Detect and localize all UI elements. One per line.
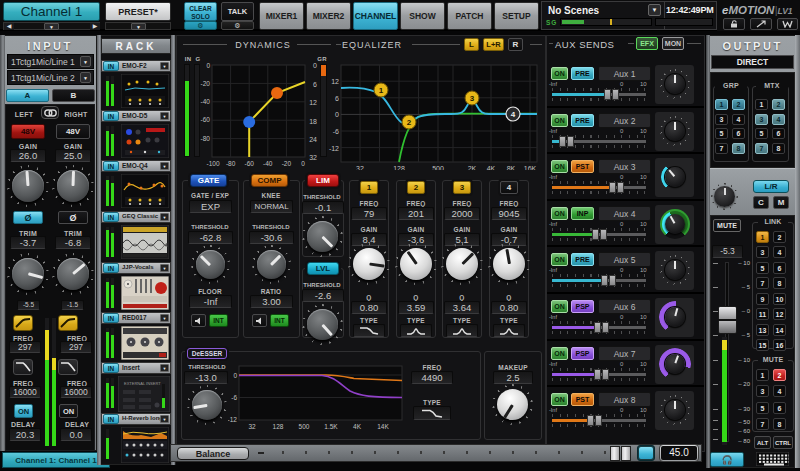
- svg-text:4K: 4K: [353, 423, 362, 430]
- svg-text:6: 6: [313, 81, 317, 88]
- svg-text:0: 0: [233, 372, 237, 379]
- svg-text:4K: 4K: [487, 165, 496, 170]
- svg-text:-20: -20: [201, 80, 211, 87]
- svg-text:8K: 8K: [507, 165, 516, 170]
- svg-text:24: 24: [309, 136, 317, 143]
- svg-text:-12: -12: [329, 145, 339, 152]
- svg-text:-20: -20: [282, 160, 292, 167]
- svg-text:500: 500: [432, 165, 444, 170]
- svg-text:18: 18: [309, 118, 317, 125]
- svg-text:-80: -80: [201, 135, 211, 142]
- svg-text:32: 32: [248, 423, 256, 430]
- svg-text:32: 32: [309, 154, 317, 161]
- svg-text:14K: 14K: [377, 423, 389, 430]
- svg-text:128: 128: [393, 165, 405, 170]
- svg-text:2: 2: [407, 118, 412, 127]
- svg-text:0: 0: [335, 111, 339, 118]
- svg-text:3: 3: [470, 94, 475, 103]
- svg-text:-6: -6: [333, 128, 339, 135]
- svg-text:16K: 16K: [524, 165, 537, 170]
- svg-text:-12: -12: [228, 416, 237, 423]
- svg-text:-40: -40: [263, 160, 273, 167]
- svg-text:128: 128: [273, 423, 284, 430]
- svg-text:1: 1: [379, 86, 384, 95]
- svg-text:-60: -60: [201, 116, 211, 123]
- svg-text:0: 0: [206, 62, 210, 69]
- svg-text:-100: -100: [206, 160, 219, 167]
- svg-text:4: 4: [511, 110, 516, 119]
- svg-text:32: 32: [356, 165, 364, 170]
- svg-text:12: 12: [309, 99, 317, 106]
- svg-text:12: 12: [331, 78, 339, 85]
- svg-text:6: 6: [335, 95, 339, 102]
- svg-text:0: 0: [313, 62, 317, 69]
- svg-text:2K: 2K: [468, 165, 477, 170]
- svg-text:500: 500: [299, 423, 310, 430]
- svg-text:-80: -80: [226, 160, 236, 167]
- svg-text:1.5K: 1.5K: [324, 423, 338, 430]
- svg-text:-6: -6: [231, 394, 237, 401]
- svg-text:-40: -40: [201, 98, 211, 105]
- svg-text:-60: -60: [244, 160, 254, 167]
- svg-text:EXTERNAL INSERT: EXTERNAL INSERT: [124, 381, 161, 386]
